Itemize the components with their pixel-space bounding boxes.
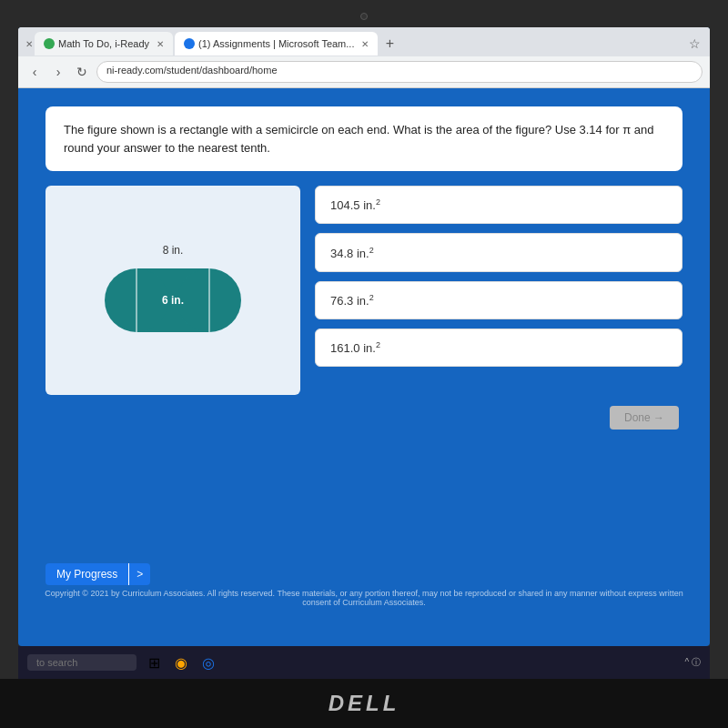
- new-tab-button[interactable]: +: [379, 34, 399, 54]
- question-card: The figure shown is a rectangle with a s…: [46, 106, 682, 171]
- content-row: 8 in. 6 in.: [46, 186, 682, 395]
- url-bar[interactable]: ni-ready.com/student/dashboard/home: [96, 61, 703, 83]
- bookmark-icon[interactable]: ☆: [689, 36, 706, 51]
- answer-option-1[interactable]: 104.5 in.2: [315, 186, 682, 224]
- page-content: The figure shown is a rectangle with a s…: [18, 88, 710, 634]
- tab-math-label: Math To Do, i-Ready: [58, 38, 149, 49]
- screen-wrapper: ✕ Math To Do, i-Ready ✕ (1) Assignments …: [0, 0, 728, 679]
- stadium-shape: 6 in.: [100, 264, 246, 337]
- done-area: Done →: [46, 406, 682, 430]
- answer-2-text: 34.8 in.2: [330, 247, 374, 260]
- window-close[interactable]: ✕: [25, 39, 33, 49]
- answer-1-sup: 2: [376, 197, 380, 207]
- question-text: The figure shown is a rectangle with a s…: [64, 121, 664, 157]
- tab-icon-teams: [184, 38, 195, 49]
- tab-math[interactable]: Math To Do, i-Ready ✕: [35, 32, 173, 56]
- back-button[interactable]: ‹: [25, 63, 44, 81]
- answer-1-text: 104.5 in.2: [330, 198, 380, 212]
- dell-area: DELL: [0, 679, 728, 728]
- laptop-frame: ✕ Math To Do, i-Ready ✕ (1) Assignments …: [0, 0, 728, 728]
- tab-teams-close[interactable]: ✕: [361, 39, 369, 49]
- my-progress-button[interactable]: My Progress: [46, 563, 128, 585]
- copyright-text: Copyright © 2021 by Curriculum Associate…: [18, 589, 710, 607]
- taskbar: ⊞ ◉ ◎ ^ ⓘ: [18, 646, 710, 679]
- webcam: [360, 13, 368, 20]
- answer-3-text: 76.3 in.2: [330, 294, 374, 308]
- done-button[interactable]: Done →: [610, 406, 679, 430]
- answer-option-4[interactable]: 161.0 in.2: [315, 329, 682, 367]
- dell-logo: DELL: [329, 691, 400, 716]
- taskbar-browser-icon[interactable]: ◎: [198, 652, 218, 672]
- taskbar-grid-icon[interactable]: ⊞: [144, 652, 164, 672]
- answers-area: 104.5 in.2 34.8 in.2 76.3 in.2 161.0 in.…: [315, 186, 682, 367]
- progress-bar: My Progress >: [46, 563, 150, 585]
- progress-chevron[interactable]: >: [128, 563, 150, 585]
- answer-option-3[interactable]: 76.3 in.2: [315, 281, 682, 319]
- forward-button[interactable]: ›: [49, 63, 67, 81]
- tab-teams-label: (1) Assignments | Microsoft Team...: [198, 38, 354, 49]
- browser-chrome: ✕ Math To Do, i-Ready ✕ (1) Assignments …: [18, 27, 710, 88]
- answer-3-sup: 2: [369, 293, 374, 302]
- taskbar-system-icons: ^ ⓘ: [685, 656, 701, 669]
- figure-label-top: 8 in.: [163, 244, 184, 257]
- tab-bar: ✕ Math To Do, i-Ready ✕ (1) Assignments …: [18, 27, 710, 56]
- address-bar: ‹ › ↻ ni-ready.com/student/dashboard/hom…: [18, 56, 710, 87]
- answer-2-sup: 2: [369, 245, 374, 254]
- answer-4-text: 161.0 in.2: [330, 341, 380, 355]
- taskbar-search[interactable]: [27, 654, 136, 671]
- figure-area: 8 in. 6 in.: [46, 186, 300, 395]
- answer-option-2[interactable]: 34.8 in.2: [315, 233, 682, 271]
- tab-icon-math: [44, 38, 55, 49]
- tab-teams[interactable]: (1) Assignments | Microsoft Team... ✕: [175, 32, 378, 56]
- figure-label-inner: 6 in.: [162, 294, 184, 307]
- tab-math-close[interactable]: ✕: [157, 39, 164, 49]
- answer-4-sup: 2: [376, 340, 380, 349]
- screen-area: ✕ Math To Do, i-Ready ✕ (1) Assignments …: [18, 27, 710, 646]
- refresh-button[interactable]: ↻: [73, 63, 91, 81]
- taskbar-apps-icon[interactable]: ◉: [171, 652, 191, 672]
